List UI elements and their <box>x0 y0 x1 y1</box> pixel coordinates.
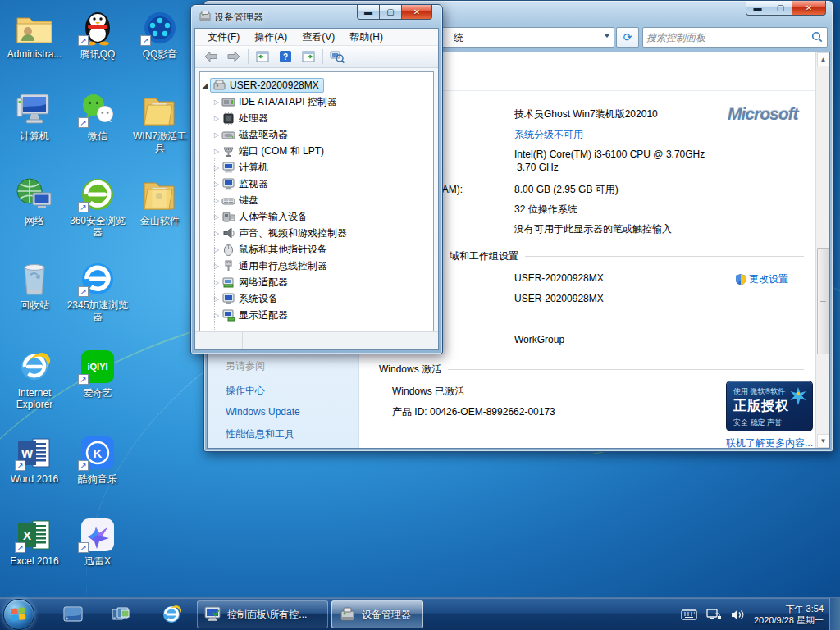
audio-device-icon <box>221 226 236 240</box>
collapse-icon[interactable]: ◢ <box>200 81 210 89</box>
desktop-icon-360-browser[interactable]: ↗ 360安全浏览器 <box>66 176 129 238</box>
show-action-pane-button[interactable] <box>299 48 317 66</box>
tree-row[interactable]: ▷ IDE ATA/ATAPI 控制器 <box>200 94 433 110</box>
expand-icon[interactable]: ▷ <box>212 246 221 253</box>
minimize-button[interactable]: ▬ <box>357 5 380 20</box>
start-button[interactable] <box>3 599 34 630</box>
expand-icon[interactable]: ▷ <box>212 148 221 155</box>
maximize-button[interactable]: ▢ <box>380 5 401 20</box>
desktop-icon-thunder[interactable]: ↗ 迅雷X <box>66 517 129 567</box>
disk-drive-icon <box>221 128 236 141</box>
vertical-scrollbar[interactable]: ▲ ▼ <box>815 52 829 448</box>
refresh-button[interactable]: ⟳ <box>616 27 639 48</box>
tree-row[interactable]: ▷ 声音、视频和游戏控制器 <box>200 225 433 241</box>
tree-row[interactable]: ▷ 人体学输入设备 <box>200 208 433 225</box>
desktop-icon-computer[interactable]: 计算机 <box>3 92 66 142</box>
search-input[interactable] <box>646 29 809 46</box>
ie-icon <box>15 349 54 385</box>
expand-icon[interactable]: ▷ <box>212 312 221 319</box>
window-switcher-icon[interactable] <box>112 604 133 625</box>
expand-icon[interactable]: ▷ <box>212 98 221 106</box>
desktop-icon-wechat[interactable]: ↗ 微信 <box>66 92 129 142</box>
sidebar-link-action-center[interactable]: 操作中心 <box>226 384 265 398</box>
search-box[interactable] <box>642 27 828 48</box>
menu-file[interactable]: 文件(F) <box>202 29 245 46</box>
tree-row[interactable]: ▷ 系统设备 <box>200 290 433 307</box>
expand-icon[interactable]: ▷ <box>212 180 221 188</box>
desktop-icon-recycle-bin[interactable]: 回收站 <box>3 261 66 311</box>
network-tray-icon[interactable] <box>705 608 722 621</box>
selected-node[interactable]: USER-20200928MX <box>210 78 324 93</box>
tree-row[interactable]: ▷ 端口 (COM 和 LPT) <box>200 143 433 159</box>
close-button[interactable]: ✕ <box>792 1 826 16</box>
device-tree[interactable]: ◢ USER-20200928MX ▷ IDE ATA/ATAPI 控制器 ▷ … <box>199 71 434 331</box>
tree-row[interactable]: ▷ 显示适配器 <box>200 307 433 323</box>
tree-row[interactable]: ▷ 磁盘驱动器 <box>200 126 433 143</box>
forward-button[interactable] <box>225 48 243 66</box>
expand-icon[interactable]: ▷ <box>212 115 221 122</box>
show-desktop-quicklaunch-icon[interactable] <box>62 604 84 625</box>
windows-logo-icon <box>11 607 26 622</box>
device-manager-icon <box>199 10 212 23</box>
desktop-icon-kingsoft[interactable]: 金山软件 <box>129 176 191 226</box>
expand-icon[interactable]: ▷ <box>212 295 221 303</box>
desktop-icon-administrator[interactable]: Administra... <box>3 10 66 60</box>
address-dropdown-icon[interactable] <box>604 34 610 38</box>
expand-icon[interactable]: ▷ <box>212 197 221 204</box>
scan-hardware-button[interactable] <box>328 48 346 66</box>
desktop-icon-word[interactable]: W ↗ Word 2016 <box>3 435 66 485</box>
desktop-icon-qq[interactable]: ↗ 腾讯QQ <box>66 10 129 60</box>
cpu-value-line1: Intel(R) Core(TM) i3-6100 CPU @ 3.70GHz <box>514 148 705 160</box>
expand-icon[interactable]: ▷ <box>212 262 221 270</box>
input-method-keyboard-icon[interactable] <box>681 609 697 620</box>
menu-action[interactable]: 操作(A) <box>249 29 293 46</box>
tree-row[interactable]: ▷ 监视器 <box>200 176 433 192</box>
device-manager-window[interactable]: 设备管理器 ▬ ▢ ✕ 文件(F) 操作(A) 查看(V) 帮助(H) ? <box>190 4 443 354</box>
help-button[interactable]: ? <box>276 48 294 66</box>
tree-row[interactable]: ▷ 计算机 <box>200 159 433 176</box>
menu-help[interactable]: 帮助(H) <box>344 29 389 46</box>
learn-more-link[interactable]: 联机了解更多内容... <box>726 436 813 449</box>
scrollbar-thumb[interactable] <box>817 248 829 354</box>
tree-row[interactable]: ▷ 处理器 <box>200 110 433 126</box>
minimize-button[interactable]: ▬ <box>746 1 769 16</box>
tree-row[interactable]: ▷ 通用串行总线控制器 <box>200 258 433 274</box>
desktop-icon-kugou[interactable]: K ↗ 酷狗音乐 <box>66 435 129 485</box>
change-settings-link[interactable]: 更改设置 <box>735 272 788 286</box>
tree-root-row[interactable]: ◢ USER-20200928MX <box>200 77 433 94</box>
sidebar-link-windows-update[interactable]: Windows Update <box>226 406 300 418</box>
volume-icon[interactable] <box>730 609 745 621</box>
taskbar-button-control-panel[interactable]: 控制面板\所有控... <box>197 600 328 628</box>
tree-row[interactable]: ▷ 键盘 <box>200 192 433 208</box>
close-button[interactable]: ✕ <box>401 5 432 20</box>
desktop-icon-win7-tools[interactable]: WIN7激活工具 <box>129 92 191 153</box>
system-rating-link[interactable]: 系统分级不可用 <box>514 128 583 142</box>
desktop-icon-excel[interactable]: X ↗ Excel 2016 <box>3 517 66 567</box>
hid-device-icon <box>221 210 236 223</box>
show-desktop-button[interactable] <box>829 598 840 630</box>
scroll-down-arrow[interactable]: ▼ <box>817 434 829 448</box>
word-icon: W ↗ <box>15 435 54 471</box>
desktop-icon-2345-browser[interactable]: ↗ 2345加速浏览器 <box>66 261 129 322</box>
sidebar-link-performance[interactable]: 性能信息和工具 <box>226 427 294 441</box>
expand-icon[interactable]: ▷ <box>212 279 221 286</box>
maximize-button[interactable]: ▢ <box>769 1 792 16</box>
svg-text:iQIYI: iQIYI <box>87 362 107 372</box>
back-button[interactable] <box>202 48 220 66</box>
taskbar-button-device-manager[interactable]: 设备管理器 <box>331 600 423 628</box>
show-console-tree-button[interactable] <box>253 48 272 66</box>
menu-view[interactable]: 查看(V) <box>296 29 340 46</box>
desktop-icon-internet-explorer[interactable]: Internet Explorer <box>3 349 66 410</box>
desktop-icon-iqiyi[interactable]: iQIYI ↗ 爱奇艺 <box>66 349 129 399</box>
tree-row[interactable]: ▷ 鼠标和其他指针设备 <box>200 241 433 258</box>
tree-row[interactable]: ▷ 网络适配器 <box>200 274 433 290</box>
expand-icon[interactable]: ▷ <box>212 164 221 171</box>
desktop-icon-qq-player[interactable]: ↗ QQ影音 <box>129 10 191 60</box>
expand-icon[interactable]: ▷ <box>212 213 221 221</box>
desktop-icon-network[interactable]: 网络 <box>3 176 66 226</box>
expand-icon[interactable]: ▷ <box>212 131 221 139</box>
internet-explorer-taskbar-icon[interactable] <box>161 604 182 625</box>
scroll-up-arrow[interactable]: ▲ <box>817 52 829 66</box>
clock[interactable]: 下午 3:54 2020/9/28 星期一 <box>754 603 824 626</box>
expand-icon[interactable]: ▷ <box>212 230 221 237</box>
